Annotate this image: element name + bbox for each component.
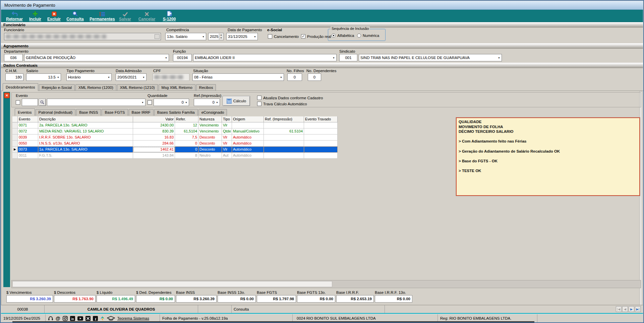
retornar-button[interactable]: Retornar: [4, 11, 24, 21]
cell-evento[interactable]: 0039: [18, 134, 38, 141]
cell-natureza[interactable]: Desconto: [198, 141, 222, 147]
cell-travado[interactable]: [304, 128, 338, 134]
next-record-button[interactable]: ▶: [629, 306, 634, 312]
instagram-icon[interactable]: [63, 316, 68, 321]
horizontal-scrollbar[interactable]: [11, 280, 641, 288]
funcao-code-input[interactable]: 00194: [173, 54, 192, 61]
table-row[interactable]: 0072MEDIA REND. VARIAVEL 13 SALARIO830.3…: [12, 128, 338, 134]
salvar-button[interactable]: Salvar: [118, 11, 132, 21]
cell-origem[interactable]: Automático: [232, 134, 264, 141]
cell-travado[interactable]: [304, 134, 338, 141]
calculo-button[interactable]: Cálculo: [223, 96, 250, 106]
cell-tipo[interactable]: Aut: [222, 153, 232, 159]
data-admissao-select[interactable]: 20/05/2021▼: [116, 73, 147, 81]
cpf-input[interactable]: [153, 73, 189, 81]
table-row[interactable]: 0039I.R.R.F. SOBRE 13o. SALARIO16.837,5D…: [12, 134, 338, 141]
cell-travado[interactable]: [304, 122, 338, 128]
column-header-tipo[interactable]: Tipo: [222, 116, 232, 122]
funcionario-input[interactable]: [4, 33, 161, 40]
chm-input[interactable]: 180: [5, 73, 23, 81]
teorema-sistemas-link[interactable]: Teorema Sistemas: [117, 316, 149, 320]
table-row[interactable]: 00712a. PARCELA 13o. SALARIO2430.0012Ven…: [12, 122, 338, 128]
cell-descricao[interactable]: MEDIA REND. VARIAVEL 13 SALARIO: [38, 128, 133, 134]
table-row[interactable]: 0011F.G.T.S.143.848NeutroAutAutomático: [12, 153, 338, 159]
column-header-valor[interactable]: Valor: [133, 116, 175, 122]
evento-search-button[interactable]: [39, 99, 46, 106]
cancelamento-checkbox[interactable]: Cancelamento: [268, 34, 299, 39]
cell-origem[interactable]: [232, 122, 264, 128]
tab-xml-retorno-1210[interactable]: XML Retorno (1210): [117, 84, 158, 91]
evento-select[interactable]: ▼: [47, 99, 145, 106]
row-gutter[interactable]: [12, 128, 18, 134]
tab-base-fgts[interactable]: Base FGTS: [102, 109, 128, 116]
cell-valor[interactable]: 143.84: [133, 153, 175, 159]
situacao-select[interactable]: 08 - Férias▼: [192, 73, 284, 81]
tab-eventos[interactable]: Eventos: [15, 108, 35, 116]
cell-natureza[interactable]: Vencimento: [198, 128, 222, 134]
window-titlebar[interactable]: Movimento de Pagamento: [1, 1, 643, 10]
incluir-button[interactable]: Incluir: [27, 11, 43, 21]
funcao-select[interactable]: EMBALADOR LIDER II▼: [193, 54, 337, 61]
sindicato-select[interactable]: SIND TRAB NAS IND PAPEL E CELULOSE DE GU…: [359, 54, 502, 61]
cell-evento[interactable]: 0072: [18, 128, 38, 134]
cell-tipo[interactable]: Vlr: [222, 134, 232, 141]
tab-bases-salario-familia[interactable]: Bases Salário Família: [154, 109, 198, 116]
cell-refer[interactable]: 7,5: [175, 134, 198, 141]
close-panel-button[interactable]: ✕: [4, 93, 10, 98]
row-gutter[interactable]: [12, 134, 18, 141]
youtube-icon[interactable]: [77, 316, 83, 321]
s1200-button[interactable]: S-1200: [161, 11, 178, 21]
tab-base-inss[interactable]: Base INSS: [76, 109, 101, 116]
scrollbar-thumb[interactable]: [12, 281, 332, 287]
cell-tipo[interactable]: Vlr: [222, 141, 232, 147]
trava-calculo-checkbox[interactable]: Trava Cálculo Automático: [257, 102, 307, 106]
cell-valor[interactable]: 2430.00: [133, 122, 175, 128]
atualiza-dados-checkbox[interactable]: Atualiza Dados conforme Cadastro: [257, 96, 323, 100]
cell-travado[interactable]: [304, 141, 338, 147]
x-twitter-icon[interactable]: [85, 316, 91, 321]
cell-travado[interactable]: [304, 147, 338, 153]
cell-refer[interactable]: 12: [175, 122, 198, 128]
cell-natureza[interactable]: Neutro: [198, 153, 222, 159]
cell-evento[interactable]: 0071: [18, 122, 38, 128]
tab-patronal[interactable]: Patronal (individual): [36, 109, 76, 116]
row-gutter[interactable]: [12, 153, 18, 159]
tab-recibos[interactable]: Recibos: [196, 84, 216, 91]
cell-descricao[interactable]: I.N.S.S. s/13o. SALARIO: [38, 141, 133, 147]
cell-natureza[interactable]: Vencimento: [198, 122, 222, 128]
first-record-button[interactable]: |◀: [616, 306, 622, 312]
filhos-input[interactable]: 0: [287, 73, 302, 81]
column-header-ref_impressao[interactable]: Ref. (Impressão): [264, 116, 304, 122]
departamento-select[interactable]: GERÊNCIA DE PRODUÇÃO▼: [24, 54, 169, 61]
cell-natureza[interactable]: Desconto: [198, 134, 222, 141]
cell-refer[interactable]: 61,5104: [175, 128, 198, 134]
cell-ref_impressao[interactable]: [264, 122, 304, 128]
alfabetica-radio[interactable]: Alfabética: [332, 34, 354, 38]
cell-evento[interactable]: 0050: [18, 141, 38, 147]
salario-select[interactable]: 13.5▼: [26, 73, 61, 81]
quantidade-checkbox[interactable]: [148, 100, 152, 105]
competencia-year-stepper[interactable]: 2025 ▲▼: [208, 33, 224, 40]
cell-origem[interactable]: Automático: [232, 141, 264, 147]
cell-valor[interactable]: 830.39: [133, 128, 175, 134]
column-header-descricao[interactable]: Descrição: [38, 116, 133, 122]
prev-record-button[interactable]: ◀: [622, 306, 628, 312]
cell-ref_impressao[interactable]: 61.5104: [264, 128, 304, 134]
ref-impressao-select[interactable]: 0▼: [194, 99, 220, 106]
tab-rejeicao-esocial[interactable]: Rejeição e-Social: [39, 84, 75, 91]
cell-descricao[interactable]: 2a. PARCELA 13o. SALARIO: [38, 122, 133, 128]
row-gutter[interactable]: [12, 122, 18, 128]
dependentes-input[interactable]: 0: [308, 73, 321, 81]
column-header-travado[interactable]: Evento Travado: [304, 116, 338, 122]
evento-code-input[interactable]: [22, 99, 38, 106]
cell-origem[interactable]: Automático: [232, 153, 264, 159]
quantidade-select[interactable]: 0▼: [154, 99, 189, 106]
cell-natureza[interactable]: Desconto: [198, 147, 222, 153]
cancelar-button[interactable]: Cancelar: [136, 11, 157, 21]
cell-ref_impressao[interactable]: [264, 147, 304, 153]
competencia-select[interactable]: 13o. Salário▼: [165, 33, 206, 40]
cell-refer[interactable]: 0: [175, 147, 198, 153]
consulta-button[interactable]: Consulta: [65, 11, 85, 21]
excluir-button[interactable]: Excluir: [46, 11, 62, 21]
cell-refer[interactable]: 0: [175, 141, 198, 147]
